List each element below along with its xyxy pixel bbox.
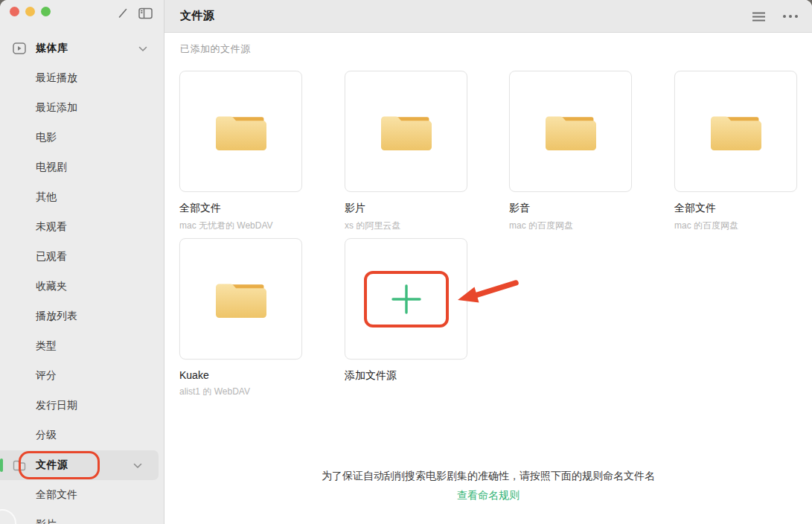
main-panel: 文件源 已添加的文件源 [164,0,812,524]
chevron-down-icon[interactable] [138,42,147,54]
folder-icon [711,112,761,152]
source-subtitle: mac 无忧君的 WebDAV [179,220,302,232]
add-source-block: 添加文件源 [345,238,467,383]
source-card-block: 全部文件 mac 无忧君的 WebDAV [179,71,302,232]
source-card-block: 影音 mac 的百度网盘 [509,71,632,232]
chevron-down-icon[interactable] [133,459,142,471]
sidebar-item-label: 文件源 [36,458,68,472]
sidebar-titlebar [0,0,164,33]
play-square-icon [12,42,27,54]
source-subtitle: mac 的百度网盘 [509,220,632,232]
selection-accent-bar [0,458,3,472]
sidebar-nav: 媒体库 最近播放 最近添加 电影 电视剧 其他 未观看 已观看 收藏夹 播放列表… [0,33,164,524]
folder-icon [216,279,266,319]
sidebar-item-media-library[interactable]: 媒体库 [0,33,164,63]
source-title: Kuake [179,369,302,381]
header-icons [752,0,799,33]
source-card[interactable] [179,71,302,192]
sidebar-item-watched[interactable]: 已观看 [0,242,164,272]
sidebar-item-classification[interactable]: 分级 [0,421,164,450]
naming-hint: 为了保证自动刮削搜索电影剧集的准确性，请按照下面的规则命名文件名 查看命名规则 [164,470,812,502]
more-ellipsis-icon[interactable] [782,14,799,19]
source-title: 影片 [345,202,467,215]
source-subtitle: xs 的阿里云盘 [345,220,467,232]
source-title: 全部文件 [179,202,302,215]
source-subtitle: mac 的百度网盘 [674,220,797,232]
sidebar-item-all-files[interactable]: 全部文件 [0,480,164,510]
sidebar-item-unwatched[interactable]: 未观看 [0,212,164,242]
titlebar-icons [117,7,153,19]
sidebar-item-genres[interactable]: 类型 [0,331,164,361]
sidebar-item-tv-shows[interactable]: 电视剧 [0,153,164,182]
section-title: 已添加的文件源 [180,42,251,56]
add-source-label: 添加文件源 [345,369,467,383]
folder-icon [216,112,266,152]
source-card[interactable] [509,71,632,192]
source-title: 影音 [509,202,632,215]
source-card[interactable] [179,238,302,360]
sidebar-item-recently-played[interactable]: 最近播放 [0,63,164,93]
source-card-block: 影片 xs 的阿里云盘 [345,71,467,232]
source-subtitle: alist1 的 WebDAV [179,386,302,398]
add-source-card[interactable] [345,238,467,360]
sidebar-toggle-icon[interactable] [138,7,153,19]
minimize-button[interactable] [25,7,35,16]
source-card-block: Kuake alist1 的 WebDAV [179,238,302,398]
plus-icon [390,283,423,316]
sidebar-item-recently-added[interactable]: 最近添加 [0,93,164,123]
hint-text: 为了保证自动刮削搜索电影剧集的准确性，请按照下面的规则命名文件名 [164,470,812,483]
zoom-button[interactable] [41,7,51,16]
main-header: 文件源 [164,0,812,33]
source-card[interactable] [674,71,797,192]
menu-icon[interactable] [752,12,766,22]
app-window: 媒体库 最近播放 最近添加 电影 电视剧 其他 未观看 已观看 收藏夹 播放列表… [0,0,812,524]
close-button[interactable] [10,7,19,16]
sidebar: 媒体库 最近播放 最近添加 电影 电视剧 其他 未观看 已观看 收藏夹 播放列表… [0,0,164,524]
sidebar-item-movies[interactable]: 电影 [0,123,164,153]
annotation-ring [364,271,449,328]
source-card[interactable] [345,71,467,192]
edit-pencil-icon[interactable] [117,7,129,19]
sidebar-item-label: 媒体库 [36,42,68,55]
naming-rules-link[interactable]: 查看命名规则 [457,489,520,502]
sidebar-item-playlists[interactable]: 播放列表 [0,301,164,331]
source-card-block: 全部文件 mac 的百度网盘 [674,71,797,232]
folder-icon [381,112,432,152]
traffic-lights [10,7,51,16]
sidebar-item-favorites[interactable]: 收藏夹 [0,272,164,301]
folder-icon [546,112,596,152]
sidebar-item-videos[interactable]: 影片 [0,510,164,524]
sidebar-item-others[interactable]: 其他 [0,182,164,212]
source-title: 全部文件 [674,202,797,215]
page-title: 文件源 [180,9,215,23]
folder-outline-icon [12,460,27,471]
sidebar-item-release-date[interactable]: 发行日期 [0,391,164,421]
sidebar-item-file-sources[interactable]: 文件源 [0,450,159,480]
sidebar-item-ratings[interactable]: 评分 [0,361,164,391]
